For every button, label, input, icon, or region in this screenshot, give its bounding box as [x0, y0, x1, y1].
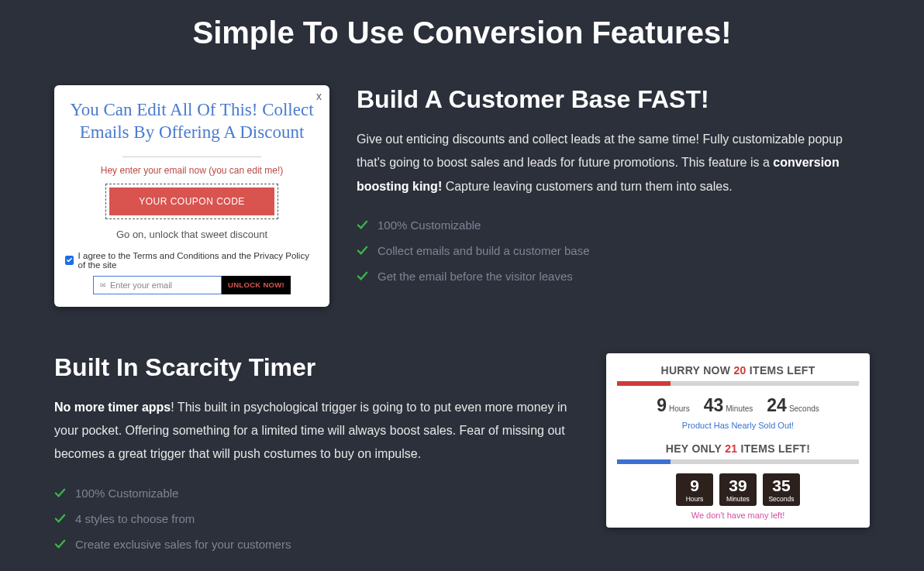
timer-flip-2: 9Hours 39Minutes 35Seconds: [617, 473, 859, 506]
flip-hours: 9Hours: [676, 473, 713, 506]
timer-digits-1: 9Hours 43Minutes 24Seconds: [617, 395, 859, 416]
timer-preview-card: HURRY NOW 20 ITEMS LEFT 9Hours 43Minutes…: [606, 353, 870, 528]
flip-minutes: 39Minutes: [719, 473, 757, 506]
timer-head-1: HURRY NOW 20 ITEMS LEFT: [617, 364, 859, 377]
section1-body: Give out enticing discounts and collect …: [357, 128, 870, 198]
divider: [122, 157, 262, 157]
unlock-button[interactable]: UNLOCK NOW!: [222, 276, 291, 294]
progress-bar-1: [617, 381, 859, 386]
section1-bullets: 100% Customizable Collect emails and bui…: [357, 212, 870, 289]
popup-subtext: Go on, unlock that sweet discount: [65, 229, 319, 240]
email-input[interactable]: ✉ Enter your email: [93, 276, 222, 294]
agree-row: I agree to the Terms and Conditions and …: [65, 251, 319, 270]
check-icon: [357, 245, 368, 256]
list-item: 100% Customizable: [357, 212, 870, 238]
agree-text: I agree to the Terms and Conditions and …: [78, 251, 319, 270]
close-icon[interactable]: x: [316, 90, 322, 102]
section2-bullets: 100% Customizable 4 styles to choose fro…: [54, 480, 579, 557]
email-placeholder: Enter your email: [110, 280, 172, 290]
timer-head-2: HEY ONLY 21 ITEMS LEFT!: [617, 442, 859, 455]
popup-preview-card: x You Can Edit All Of This! Collect Emai…: [54, 85, 329, 307]
check-icon: [54, 538, 66, 550]
list-item: 4 styles to choose from: [54, 506, 579, 531]
popup-title: You Can Edit All Of This! Collect Emails…: [65, 95, 319, 153]
check-icon: [357, 219, 368, 231]
flip-seconds: 35Seconds: [763, 473, 800, 506]
agree-checkbox[interactable]: [65, 256, 74, 265]
mail-icon: ✉: [100, 281, 106, 289]
timer-subtext-1: Product Has Nearly Sold Out!: [617, 421, 859, 430]
check-icon: [357, 270, 368, 282]
section1-text: Build A Customer Base FAST! Give out ent…: [357, 85, 870, 289]
feature-row-popup: x You Can Edit All Of This! Collect Emai…: [54, 85, 870, 307]
list-item: 100% Customizable: [54, 480, 579, 506]
section2-body: No more timer apps! This built in psycho…: [54, 396, 579, 466]
feature-row-timer: Built In Scarcity Timer No more timer ap…: [54, 353, 870, 557]
check-icon: [54, 513, 66, 525]
timer-subtext-2: We don't have many left!: [617, 511, 859, 520]
list-item: Get the email before the visitor leaves: [357, 263, 870, 289]
list-item: Collect emails and build a customer base: [357, 238, 870, 263]
list-item: Create exclusive sales for your customer…: [54, 531, 579, 557]
page-title: Simple To Use Conversion Features!: [54, 15, 870, 50]
section2-text: Built In Scarcity Timer No more timer ap…: [54, 353, 579, 557]
popup-hint: Hey enter your email now (you can edit m…: [65, 165, 319, 176]
section1-heading: Build A Customer Base FAST!: [357, 85, 870, 114]
check-icon: [54, 487, 66, 499]
email-row: ✉ Enter your email UNLOCK NOW!: [93, 276, 291, 294]
section2-heading: Built In Scarcity Timer: [54, 353, 579, 382]
coupon-label: YOUR COUPON CODE: [109, 187, 274, 215]
progress-bar-2: [617, 459, 859, 464]
coupon-code-box[interactable]: YOUR COUPON CODE: [105, 184, 278, 219]
